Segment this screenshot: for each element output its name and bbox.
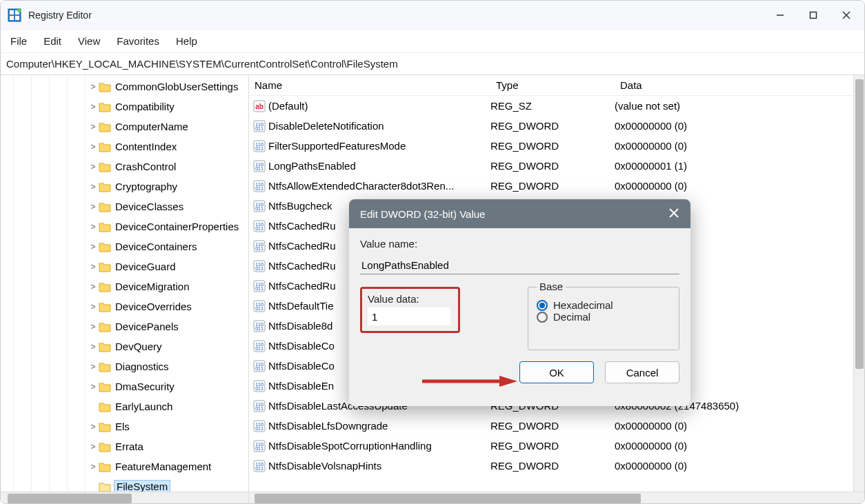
expand-icon[interactable]: > (88, 142, 99, 152)
svg-rect-3 (10, 16, 14, 20)
radio-hex-row[interactable]: Hexadecimal (537, 299, 670, 311)
expand-icon[interactable]: > (88, 342, 99, 352)
tree-item[interactable]: >DeviceContainerProperties (1, 216, 248, 236)
value-row[interactable]: 110011LongPathsEnabledREG_DWORD0x0000000… (249, 156, 864, 176)
cancel-button[interactable]: Cancel (605, 361, 679, 383)
expand-icon[interactable]: > (88, 222, 99, 232)
value-row[interactable]: 110011DisableDeleteNotificationREG_DWORD… (249, 116, 864, 136)
tree-item[interactable]: >CommonGlobUserSettings (1, 77, 248, 97)
address-bar[interactable]: Computer\HKEY_LOCAL_MACHINE\SYSTEM\Curre… (1, 53, 864, 75)
value-row[interactable]: 110011NtfsDisableLfsDowngradeREG_DWORD0x… (249, 416, 864, 436)
expand-icon[interactable]: > (88, 362, 99, 372)
tree-item[interactable]: >CrashControl (1, 157, 248, 177)
folder-icon (99, 101, 111, 112)
tree-item-label: ComputerName (114, 120, 190, 133)
tree-item[interactable]: >Els (1, 416, 248, 436)
folder-icon (99, 261, 111, 272)
folder-icon (99, 401, 111, 412)
tree-item[interactable]: >FeatureManagement (1, 456, 248, 476)
svg-text:011: 011 (255, 446, 264, 451)
col-data[interactable]: Data (615, 77, 864, 94)
menu-file[interactable]: File (10, 35, 27, 47)
value-data: 0x00000000 (0) (615, 440, 864, 452)
tree-item[interactable]: >ContentIndex (1, 137, 248, 157)
list-horizontal-scrollbar[interactable] (249, 492, 864, 504)
tree-horizontal-scrollbar[interactable] (1, 492, 248, 504)
svg-text:011: 011 (255, 246, 264, 251)
expand-icon[interactable]: > (88, 182, 99, 192)
folder-icon (99, 141, 111, 152)
svg-text:011: 011 (255, 146, 264, 151)
tree-item[interactable]: >DeviceMigration (1, 276, 248, 296)
value-type: REG_DWORD (490, 180, 615, 192)
menu-help[interactable]: Help (176, 35, 197, 47)
tree-item[interactable]: >DeviceOverrides (1, 296, 248, 316)
tree-item-label: DmaSecurity (114, 380, 176, 393)
address-text: Computer\HKEY_LOCAL_MACHINE\SYSTEM\Curre… (6, 58, 398, 70)
tree-item[interactable]: >DmaSecurity (1, 376, 248, 396)
radio-dec-row[interactable]: Decimal (537, 311, 670, 323)
expand-icon[interactable]: > (88, 162, 99, 172)
tree-item[interactable]: >DeviceGuard (1, 256, 248, 276)
folder-icon (99, 161, 111, 172)
maximize-button[interactable] (797, 1, 830, 30)
expand-icon[interactable]: > (88, 402, 99, 412)
dialog-close-button[interactable] (666, 207, 682, 221)
dword-value-icon: 110011 (253, 260, 266, 272)
tree-item[interactable]: >Errata (1, 436, 248, 456)
folder-icon (99, 121, 111, 132)
menu-view[interactable]: View (78, 35, 100, 47)
expand-icon[interactable]: > (88, 322, 99, 332)
expand-icon[interactable]: > (88, 482, 99, 492)
col-name[interactable]: Name (249, 77, 490, 94)
tree-item[interactable]: >DeviceClasses (1, 196, 248, 216)
value-row[interactable]: 110011NtfsAllowExtendedCharacter8dot3Ren… (249, 176, 864, 196)
folder-icon (99, 381, 111, 392)
tree-item[interactable]: >DevicePanels (1, 316, 248, 336)
value-name-field[interactable] (360, 256, 679, 274)
radio-hex[interactable] (537, 300, 548, 311)
tree-item[interactable]: >Cryptography (1, 177, 248, 196)
expand-icon[interactable]: > (88, 302, 99, 312)
expand-icon[interactable]: > (88, 82, 99, 92)
dword-value-icon: 110011 (253, 320, 266, 332)
minimize-button[interactable] (764, 1, 797, 30)
radio-dec[interactable] (537, 312, 548, 323)
expand-icon[interactable]: > (88, 462, 99, 472)
value-row[interactable]: 110011FilterSupportedFeaturesModeREG_DWO… (249, 136, 864, 156)
tree-item[interactable]: >Compatibility (1, 97, 248, 117)
dword-value-icon: 110011 (253, 200, 266, 212)
tree-item[interactable]: >DevQuery (1, 336, 248, 356)
close-button[interactable] (830, 1, 863, 30)
ok-button[interactable]: OK (519, 361, 594, 383)
tree-item[interactable]: >DeviceContainers (1, 236, 248, 256)
expand-icon[interactable]: > (88, 422, 99, 432)
menu-favorites[interactable]: Favorites (117, 35, 159, 47)
menu-edit[interactable]: Edit (43, 35, 61, 47)
value-row[interactable]: 110011NtfsDisableSpotCorruptionHandlingR… (249, 436, 864, 456)
expand-icon[interactable]: > (88, 242, 99, 252)
expand-icon[interactable]: > (88, 262, 99, 272)
value-data: 0x00000000 (0) (615, 120, 864, 132)
list-vertical-scrollbar[interactable] (853, 75, 864, 492)
dword-value-icon: 110011 (253, 420, 266, 432)
value-name: NtfsDefaultTie (268, 300, 333, 312)
folder-icon (99, 321, 111, 332)
expand-icon[interactable]: > (88, 282, 99, 292)
value-row[interactable]: ab(Default)REG_SZ(value not set) (249, 96, 864, 116)
tree-item[interactable]: >EarlyLaunch (1, 396, 248, 416)
expand-icon[interactable]: > (88, 202, 99, 212)
dword-value-icon: 110011 (253, 440, 266, 452)
col-type[interactable]: Type (490, 77, 615, 94)
expand-icon[interactable]: > (88, 122, 99, 132)
expand-icon[interactable]: > (88, 442, 99, 452)
value-name: NtfsDisable8d (268, 320, 332, 332)
expand-icon[interactable]: > (88, 102, 99, 112)
string-value-icon: ab (253, 100, 266, 112)
tree-item-label: DeviceContainerProperties (114, 220, 240, 233)
value-data-input[interactable] (368, 308, 450, 325)
expand-icon[interactable]: > (88, 382, 99, 392)
tree-item[interactable]: >ComputerName (1, 117, 248, 137)
value-row[interactable]: 110011NtfsDisableVolsnapHintsREG_DWORD0x… (249, 456, 864, 476)
tree-item[interactable]: >Diagnostics (1, 356, 248, 376)
